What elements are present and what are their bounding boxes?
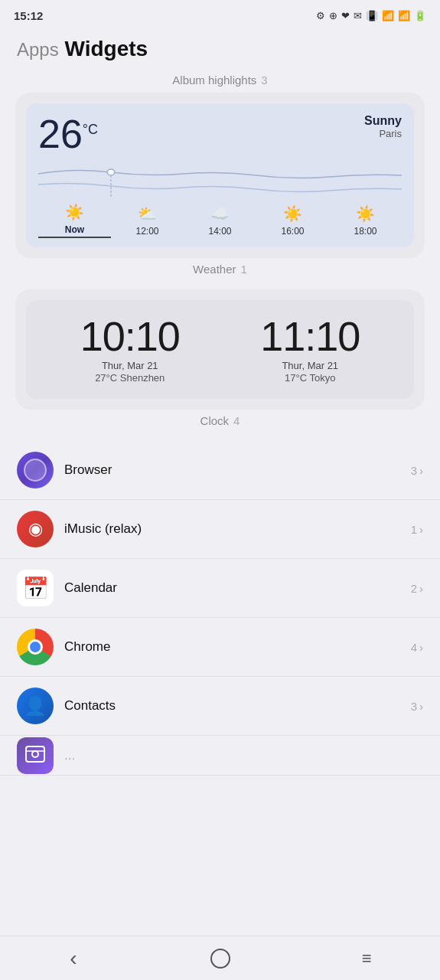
imusic-arrow-icon: ›: [419, 523, 423, 536]
contacts-count: 3: [411, 700, 417, 713]
clock-widget-label-row: Clock 4: [0, 410, 440, 433]
back-icon: ‹: [70, 946, 77, 971]
widgets-label: Widgets: [64, 37, 148, 60]
clock-weather-tokyo: 17°C Tokyo: [285, 372, 335, 384]
vpn-icon: ⊕: [329, 10, 337, 21]
hour-item-1200: ⛅ 12:00: [111, 204, 184, 237]
clock-zone-tokyo: 11:10 Thur, Mar 21 17°C Tokyo: [260, 315, 360, 384]
chrome-icon-inner: [28, 639, 43, 655]
weather-inner: 26°C Sunny Paris ☀️: [26, 103, 414, 247]
settings-icon: ⚙: [316, 10, 325, 21]
svg-rect-2: [26, 746, 44, 762]
page-header: Apps Widgets: [0, 28, 440, 69]
shield-icon: ❤: [341, 10, 350, 21]
home-button[interactable]: [147, 936, 294, 980]
status-bar: 15:12 ⚙ ⊕ ❤ ✉ 📳 📶 📶 🔋: [0, 0, 440, 28]
contacts-icon: 👤: [17, 688, 54, 724]
imusic-name: iMusic (relax): [64, 521, 400, 537]
hour-label-1800: 18:00: [354, 226, 376, 237]
browser-name: Browser: [64, 462, 400, 478]
back-button[interactable]: ‹: [0, 936, 147, 980]
clock-widget-card[interactable]: 10:10 Thur, Mar 21 27°C Shenzhen 11:10 T…: [15, 289, 425, 410]
browser-arrow-icon: ›: [419, 464, 423, 477]
hour-item-1800: ☀️ 18:00: [329, 204, 402, 237]
browser-icon-wrapper: [17, 452, 54, 488]
browser-icon: [17, 452, 54, 488]
svg-point-0: [107, 169, 115, 175]
weather-chart: [38, 160, 402, 198]
app-item-screenshot[interactable]: ...: [0, 736, 440, 776]
weather-widget-card[interactable]: 26°C Sunny Paris ☀️: [15, 93, 425, 258]
clock-zone-shenzhen: 10:10 Thur, Mar 21 27°C Shenzhen: [80, 315, 180, 384]
screenshot-icon-svg: [24, 745, 46, 766]
imusic-count-arrow: 1 ›: [411, 523, 423, 536]
clock-time-shenzhen: 10:10: [80, 315, 180, 357]
clock-date-shenzhen: Thur, Mar 21: [102, 360, 158, 371]
apps-label: Apps: [17, 39, 59, 60]
email-icon: ✉: [354, 10, 362, 21]
imusic-icon: ◉: [17, 511, 54, 547]
weather-condition: Sunny: [364, 114, 402, 128]
app-list: Browser 3 › ◉ iMusic (relax) 1 › 📅 Calen…: [0, 441, 440, 776]
screenshot-name: ...: [64, 748, 423, 763]
menu-icon: ≡: [362, 949, 372, 969]
wifi-icon: 📶: [382, 10, 394, 21]
app-item-calendar[interactable]: 📅 Calendar 2 ›: [0, 559, 440, 618]
chrome-count: 4: [411, 641, 417, 654]
hour-label-1400: 14:00: [208, 226, 231, 237]
weather-city: Paris: [364, 128, 402, 139]
album-highlights-label: Album highlights: [172, 74, 256, 87]
weather-widget-label: Weather: [193, 263, 236, 276]
weather-top: 26°C Sunny Paris: [38, 114, 402, 154]
clock-weather-shenzhen: 27°C Shenzhen: [95, 372, 165, 384]
hour-label-1600: 16:00: [281, 226, 304, 237]
clock-widget-label: Clock: [200, 414, 230, 427]
calendar-count-arrow: 2 ›: [411, 582, 423, 595]
weather-temperature: 26°C: [38, 114, 98, 154]
chrome-icon: [17, 629, 54, 665]
hour-label-now: Now: [65, 224, 84, 235]
hour-item-1400: ☁️ 14:00: [184, 204, 256, 237]
clock-time-tokyo: 11:10: [260, 315, 360, 357]
app-item-chrome[interactable]: Chrome 4 ›: [0, 618, 440, 677]
screenshot-icon: [17, 737, 54, 774]
app-item-contacts[interactable]: 👤 Contacts 3 ›: [0, 677, 440, 736]
hour-icon-1600: ☀️: [283, 204, 302, 223]
weather-chart-svg: [38, 160, 402, 198]
app-item-browser[interactable]: Browser 3 ›: [0, 441, 440, 500]
hourly-forecast: ☀️ Now ⛅ 12:00 ☁️ 14:00 ☀️ 16:00 ☀️ 18:0…: [38, 203, 402, 238]
calendar-icon: 📅: [17, 570, 54, 606]
page-title: Apps Widgets: [17, 37, 423, 61]
chrome-icon-wrapper: [17, 629, 54, 665]
status-time: 15:12: [14, 9, 43, 22]
app-item-imusic[interactable]: ◉ iMusic (relax) 1 ›: [0, 500, 440, 559]
album-highlights-count: 3: [261, 74, 267, 87]
weather-widget-label-row: Weather 1: [0, 258, 440, 282]
calendar-arrow-icon: ›: [419, 582, 423, 595]
imusic-count: 1: [411, 523, 417, 536]
hour-icon-now: ☀️: [65, 203, 84, 221]
contacts-count-arrow: 3 ›: [411, 700, 423, 713]
clock-inner: 10:10 Thur, Mar 21 27°C Shenzhen 11:10 T…: [26, 300, 414, 399]
battery-icon: 🔋: [414, 10, 426, 21]
menu-button[interactable]: ≡: [293, 936, 440, 980]
weather-widget-count: 1: [241, 263, 247, 276]
weather-description: Sunny Paris: [364, 114, 402, 139]
temp-value: 26°C: [38, 112, 98, 156]
contacts-name: Contacts: [64, 698, 400, 714]
hour-label-1200: 12:00: [135, 226, 158, 237]
clock-date-tokyo: Thur, Mar 21: [282, 360, 338, 371]
signal-icon: 📶: [398, 10, 410, 21]
clock-widget-count: 4: [233, 414, 240, 427]
home-icon: [210, 949, 230, 969]
browser-count: 3: [411, 464, 417, 477]
calendar-count: 2: [411, 582, 417, 595]
bottom-nav: ‹ ≡: [0, 936, 440, 980]
svg-point-3: [32, 751, 38, 757]
chrome-name: Chrome: [64, 639, 400, 655]
hour-icon-1400: ☁️: [210, 204, 230, 223]
contacts-arrow-icon: ›: [419, 700, 423, 713]
weather-section-label-row: Album highlights 3: [0, 69, 440, 93]
status-icons: ⚙ ⊕ ❤ ✉ 📳 📶 📶 🔋: [316, 10, 426, 21]
imusic-icon-wrapper: ◉: [17, 511, 54, 547]
